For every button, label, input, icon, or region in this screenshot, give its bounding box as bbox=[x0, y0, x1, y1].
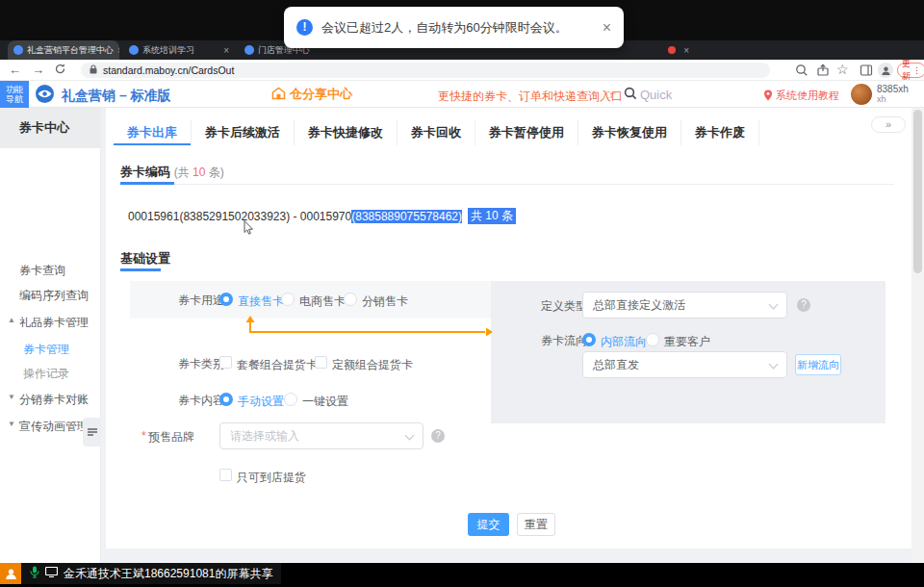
warehouse-icon bbox=[271, 87, 286, 103]
reload-icon[interactable] bbox=[54, 63, 66, 78]
submit-button[interactable]: 提交 bbox=[468, 513, 509, 536]
caret-up-icon: ▲ bbox=[8, 316, 15, 324]
sidebar-item-promo-animation[interactable]: 宣传动画管理 bbox=[19, 419, 89, 435]
card-panel: 券卡出库 券卡后续激活 券卡快捷修改 券卡回收 券卡暂停使用 券卡恢复使用 券卡… bbox=[106, 108, 911, 549]
forward-icon[interactable]: → bbox=[32, 64, 44, 77]
page-scrollbar[interactable] bbox=[911, 108, 924, 563]
tab-card-followup-activate[interactable]: 券卡后续激活 bbox=[192, 119, 295, 145]
reset-button[interactable]: 重置 bbox=[517, 513, 555, 536]
browser-update-button[interactable]: 更新 ⋮ bbox=[897, 63, 924, 78]
option-important-customer[interactable]: 重要客户 bbox=[664, 334, 710, 350]
screen-share-icon bbox=[45, 567, 58, 580]
sidebar-item-code-sequence-query[interactable]: 编码序列查询 bbox=[19, 288, 89, 304]
radio-internal-flow[interactable] bbox=[582, 333, 596, 346]
recording-dot-icon bbox=[668, 46, 676, 54]
option-one-click-setup[interactable]: 一键设置 bbox=[302, 394, 348, 410]
radio-direct-sale[interactable] bbox=[219, 293, 233, 306]
function-nav-button[interactable]: 功能 导航 bbox=[0, 81, 29, 108]
username: 8385xh bbox=[877, 84, 909, 94]
presale-brand-select[interactable]: 请选择或输入 bbox=[219, 422, 424, 449]
caret-down-icon: ▼ bbox=[8, 420, 15, 428]
radio-distribution-sale[interactable] bbox=[344, 293, 357, 306]
user-avatar bbox=[851, 84, 872, 105]
tab-card-outbound[interactable]: 券卡出库 bbox=[114, 119, 192, 145]
browser-toolbar: ← → standard.maboy.cn/CardsOut ☆ 更新 ⋮ bbox=[0, 60, 924, 81]
chevron-down-icon bbox=[769, 300, 779, 310]
bookmark-star-icon[interactable]: ☆ bbox=[836, 63, 849, 76]
checkbox-combo-pickup-card[interactable] bbox=[219, 356, 232, 369]
browser-tab-2[interactable]: 系统培训学习 × bbox=[123, 40, 235, 60]
radio-important-customer[interactable] bbox=[646, 333, 659, 346]
share-center-link[interactable]: 仓分享中心 bbox=[271, 86, 352, 103]
app-title: 礼盒营销 – 标准版 bbox=[62, 88, 171, 105]
sidebar-item-card-management-active[interactable]: 券卡管理 bbox=[23, 342, 69, 358]
screen-share-bar: 金禾通技术王斌18662591081的屏幕共享 bbox=[0, 563, 924, 587]
tab-card-suspend[interactable]: 券卡暂停使用 bbox=[475, 119, 578, 145]
option-combo-pickup-card[interactable]: 套餐组合提货卡 bbox=[237, 357, 318, 373]
kebab-menu-icon[interactable]: ⋮ bbox=[912, 65, 921, 75]
tab-favicon bbox=[13, 45, 23, 55]
user-menu[interactable]: 8385xh xh bbox=[851, 84, 909, 105]
option-internal-flow[interactable]: 内部流向 bbox=[601, 334, 647, 350]
right-settings-panel: 定义类型 总部直接定义激活 ? 券卡流向 内部流向 重要客户 总部直发 新增流向 bbox=[491, 281, 886, 423]
section-title-basic-settings: 基础设置 bbox=[120, 250, 170, 268]
tab-close-icon[interactable]: × bbox=[223, 45, 229, 56]
url-bar[interactable]: standard.maboy.cn/CardsOut bbox=[81, 63, 770, 78]
option-store-pickup-only[interactable]: 只可到店提货 bbox=[237, 470, 306, 486]
back-icon[interactable]: ← bbox=[9, 64, 21, 77]
tab-close-icon[interactable]: × bbox=[683, 45, 689, 56]
hamburger-icon bbox=[88, 428, 97, 437]
chevron-down-icon bbox=[769, 360, 779, 370]
code-count-badge: 共 10 条 bbox=[468, 208, 516, 224]
card-category-label: 券卡类别 bbox=[178, 356, 224, 372]
radio-one-click-setup[interactable] bbox=[284, 393, 297, 406]
option-distribution-sale[interactable]: 分销售卡 bbox=[362, 294, 408, 310]
side-panel-icon[interactable] bbox=[860, 64, 874, 78]
sidebar-item-gift-card-management[interactable]: 礼品券卡管理 bbox=[19, 315, 89, 331]
option-fixed-amount-card[interactable]: 定额组合提货卡 bbox=[332, 357, 413, 373]
zoom-icon[interactable] bbox=[795, 64, 809, 78]
browser-tab-1[interactable]: 礼盒营销平台管理中心 × bbox=[8, 40, 119, 60]
browser-profile-avatar[interactable] bbox=[878, 63, 893, 78]
sidebar-item-operation-log[interactable]: 操作记录 bbox=[23, 366, 69, 382]
option-manual-setup[interactable]: 手动设置 bbox=[238, 394, 284, 410]
tab-card-void[interactable]: 券卡作废 bbox=[681, 119, 759, 145]
brand: 礼盒营销 – 标准版 bbox=[35, 84, 171, 108]
help-icon[interactable]: ? bbox=[797, 298, 810, 312]
quick-search-link[interactable]: Quick bbox=[624, 87, 672, 103]
sidebar: 券卡中心 券卡查询 编码序列查询 ▲ 礼品券卡管理 券卡管理 操作记录 ▼ 分销… bbox=[0, 108, 101, 563]
define-type-select[interactable]: 总部直接定义激活 bbox=[582, 292, 787, 319]
sidebar-item-distribution-reconcile[interactable]: 分销券卡对账 bbox=[19, 392, 89, 408]
checkbox-fixed-amount-card[interactable] bbox=[315, 356, 327, 369]
flow-target-select[interactable]: 总部直发 bbox=[582, 351, 787, 378]
select-placeholder: 请选择或输入 bbox=[230, 429, 299, 443]
tab-card-quick-edit[interactable]: 券卡快捷修改 bbox=[295, 119, 398, 145]
toast-close-icon[interactable]: × bbox=[603, 19, 611, 37]
help-icon[interactable]: ? bbox=[431, 429, 445, 443]
tab-favicon bbox=[244, 45, 254, 55]
checkbox-store-pickup-only[interactable] bbox=[219, 469, 232, 481]
system-tutorial-link[interactable]: 系统使用教程 bbox=[763, 89, 839, 103]
share-icon[interactable] bbox=[816, 64, 831, 78]
toast-message: 会议已超过2人，自动转为60分钟限时会议。 bbox=[321, 19, 568, 37]
app-header: 功能 导航 礼盒营销 – 标准版 仓分享中心 更快捷的券卡、订单和快递查询入口 … bbox=[0, 81, 924, 108]
sidebar-item-card-query[interactable]: 券卡查询 bbox=[19, 263, 65, 279]
option-ecommerce-sale[interactable]: 电商售卡 bbox=[299, 294, 346, 310]
tab-title: 系统培训学习 bbox=[142, 44, 194, 57]
radio-manual-setup[interactable] bbox=[219, 393, 233, 406]
card-content-label: 券卡内容 bbox=[178, 393, 224, 409]
tab-favicon bbox=[129, 45, 139, 55]
option-direct-sale[interactable]: 直接售卡 bbox=[238, 294, 284, 310]
scrollbar-thumb[interactable] bbox=[913, 110, 922, 273]
tab-card-resume[interactable]: 券卡恢复使用 bbox=[578, 119, 681, 145]
sidebar-collapse-handle[interactable] bbox=[83, 418, 101, 447]
lock-icon bbox=[90, 64, 97, 76]
add-flow-button[interactable]: 新增流向 bbox=[795, 354, 841, 375]
section-title-card-codes: 券卡编码 (共 10 条) bbox=[120, 164, 224, 181]
tab-card-recycle[interactable]: 券卡回收 bbox=[398, 119, 475, 145]
radio-ecommerce-sale[interactable] bbox=[281, 293, 295, 306]
flow-connector-arrow bbox=[243, 316, 499, 339]
tab-close-icon[interactable]: × bbox=[117, 45, 119, 56]
username-sub: xh bbox=[877, 94, 909, 104]
more-tabs-button[interactable]: » bbox=[871, 116, 906, 133]
